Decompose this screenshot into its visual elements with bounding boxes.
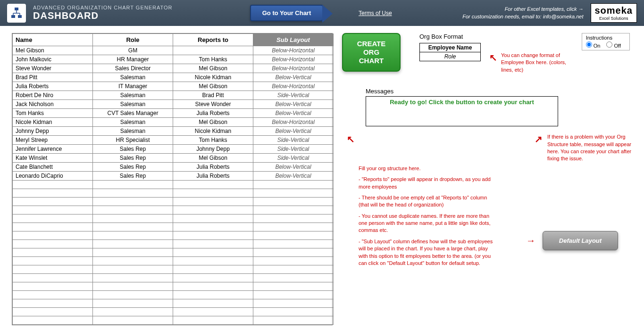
table-row[interactable]: [13, 299, 334, 308]
table-row[interactable]: Julia RobertsIT ManagerMel GibsonBelow-H…: [13, 82, 334, 91]
cell-role[interactable]: HR Specialist: [93, 136, 173, 145]
cell-role[interactable]: Sales Director: [93, 64, 173, 73]
table-row[interactable]: Meryl StreepHR SpecialistTom HanksSide-V…: [13, 136, 334, 145]
cell-name[interactable]: [13, 265, 93, 274]
cell-name[interactable]: Mel Gibson: [13, 46, 93, 55]
cell-reports_to[interactable]: [173, 248, 253, 257]
table-row[interactable]: [13, 291, 334, 299]
cell-name[interactable]: [13, 274, 93, 282]
cell-reports_to[interactable]: Nicole Kidman: [173, 73, 253, 82]
table-row[interactable]: [13, 231, 334, 240]
cell-sub_layout[interactable]: [253, 240, 334, 248]
cell-reports_to[interactable]: [173, 198, 253, 206]
cell-sub_layout[interactable]: Side-Vertical: [253, 154, 334, 163]
cell-reports_to[interactable]: Julia Roberts: [173, 172, 253, 181]
cell-reports_to[interactable]: [173, 181, 253, 189]
cell-reports_to[interactable]: Julia Roberts: [173, 109, 253, 118]
cell-name[interactable]: Leonardo DiCaprio: [13, 172, 93, 181]
cell-name[interactable]: [13, 198, 93, 206]
table-row[interactable]: [13, 265, 334, 274]
instructions-off[interactable]: Off: [606, 43, 621, 49]
cell-name[interactable]: Nicole Kidman: [13, 118, 93, 127]
cell-role[interactable]: Salesman: [93, 118, 173, 127]
cell-role[interactable]: HR Manager: [93, 55, 173, 64]
cell-role[interactable]: [93, 240, 173, 248]
cell-reports_to[interactable]: Steve Wonder: [173, 100, 253, 109]
cell-reports_to[interactable]: Johnny Depp: [173, 145, 253, 154]
cell-sub_layout[interactable]: Below-Horizontal: [253, 82, 334, 91]
cell-reports_to[interactable]: [173, 299, 253, 308]
cell-role[interactable]: [93, 214, 173, 223]
table-row[interactable]: Brad PittSalesmanNicole KidmanBelow-Vert…: [13, 73, 334, 82]
cell-reports_to[interactable]: [173, 282, 253, 291]
cell-name[interactable]: John Malkovic: [13, 55, 93, 64]
cell-reports_to[interactable]: [173, 46, 253, 55]
cell-name[interactable]: [13, 214, 93, 223]
table-row[interactable]: Robert De NiroSalesmanBrad PittSide-Vert…: [13, 91, 334, 100]
table-row[interactable]: Tom HanksCVT Sales ManagerJulia RobertsB…: [13, 109, 334, 118]
cell-sub_layout[interactable]: Side-Vertical: [253, 91, 334, 100]
table-row[interactable]: Steve WonderSales DirectorMel GibsonBelo…: [13, 64, 334, 73]
cell-sub_layout[interactable]: Below-Vertical: [253, 73, 334, 82]
cell-reports_to[interactable]: [173, 274, 253, 282]
org-structure-table[interactable]: Name Role Reports to Sub Layout Mel Gibs…: [12, 33, 333, 325]
cell-name[interactable]: Robert De Niro: [13, 91, 93, 100]
cell-sub_layout[interactable]: Below-Vertical: [253, 163, 334, 172]
cell-name[interactable]: [13, 248, 93, 257]
cell-name[interactable]: Meryl Streep: [13, 136, 93, 145]
table-row[interactable]: Johnny DeppSalesmanNicole KidmanBelow-Ve…: [13, 127, 334, 136]
instructions-on[interactable]: On: [586, 43, 601, 49]
cell-reports_to[interactable]: [173, 240, 253, 248]
table-row[interactable]: [13, 274, 334, 282]
cell-role[interactable]: GM: [93, 46, 173, 55]
table-row[interactable]: [13, 223, 334, 231]
cell-sub_layout[interactable]: Side-Vertical: [253, 145, 334, 154]
cell-sub_layout[interactable]: Below-Vertical: [253, 109, 334, 118]
cell-sub_layout[interactable]: Side-Vertical: [253, 136, 334, 145]
cell-sub_layout[interactable]: [253, 206, 334, 214]
default-layout-button[interactable]: Default Layout: [543, 231, 618, 250]
table-row[interactable]: Mel GibsonGMBelow-Horizontal: [13, 46, 334, 55]
cell-reports_to[interactable]: [173, 231, 253, 240]
cell-name[interactable]: [13, 291, 93, 299]
table-row[interactable]: [13, 198, 334, 206]
table-row[interactable]: Cate BlanchettSales RepJulia RobertsBelo…: [13, 163, 334, 172]
cell-sub_layout[interactable]: Below-Vertical: [253, 100, 334, 109]
table-row[interactable]: [13, 257, 334, 265]
cell-name[interactable]: [13, 206, 93, 214]
cell-role[interactable]: Sales Rep: [93, 172, 173, 181]
cell-sub_layout[interactable]: [253, 257, 334, 265]
cell-sub_layout[interactable]: Below-Vertical: [253, 172, 334, 181]
cell-role[interactable]: [93, 231, 173, 240]
cell-reports_to[interactable]: Mel Gibson: [173, 64, 253, 73]
cell-reports_to[interactable]: Tom Hanks: [173, 55, 253, 64]
cell-role[interactable]: [93, 282, 173, 291]
cell-role[interactable]: Salesman: [93, 100, 173, 109]
cell-reports_to[interactable]: Julia Roberts: [173, 163, 253, 172]
cell-reports_to[interactable]: Nicole Kidman: [173, 127, 253, 136]
cell-sub_layout[interactable]: [253, 308, 334, 316]
cell-name[interactable]: [13, 257, 93, 265]
table-row[interactable]: Jack NicholsonSalesmanSteve WonderBelow-…: [13, 100, 334, 109]
cell-role[interactable]: [93, 265, 173, 274]
cell-role[interactable]: [93, 223, 173, 231]
cell-role[interactable]: Salesman: [93, 127, 173, 136]
cell-name[interactable]: Brad Pitt: [13, 73, 93, 82]
table-row[interactable]: [13, 248, 334, 257]
cell-name[interactable]: [13, 189, 93, 198]
cell-role[interactable]: Sales Rep: [93, 154, 173, 163]
cell-reports_to[interactable]: [173, 223, 253, 231]
cell-reports_to[interactable]: [173, 214, 253, 223]
cell-sub_layout[interactable]: Below-Horizontal: [253, 118, 334, 127]
cell-reports_to[interactable]: [173, 308, 253, 316]
table-row[interactable]: [13, 316, 334, 325]
cell-reports_to[interactable]: Brad Pitt: [173, 91, 253, 100]
org-box-preview[interactable]: Employee Name Role: [419, 43, 481, 61]
cell-role[interactable]: [93, 274, 173, 282]
cell-name[interactable]: Jack Nicholson: [13, 100, 93, 109]
cell-reports_to[interactable]: Mel Gibson: [173, 82, 253, 91]
cell-sub_layout[interactable]: [253, 248, 334, 257]
cell-role[interactable]: Sales Rep: [93, 163, 173, 172]
cell-reports_to[interactable]: Mel Gibson: [173, 118, 253, 127]
cell-role[interactable]: [93, 291, 173, 299]
